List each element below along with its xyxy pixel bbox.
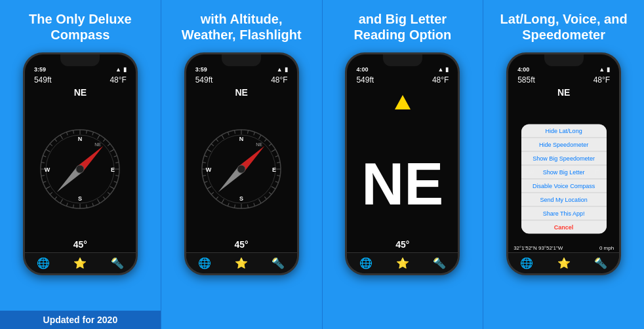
svg-line-80 <box>216 139 218 142</box>
panel-4: Lat/Long, Voice, andSpeedometer 4:00 ▲ ▮… <box>483 0 644 329</box>
flashlight-icon-4[interactable]: 🔦 <box>594 257 607 269</box>
menu-item-send-location[interactable]: Send My Location <box>521 193 607 206</box>
svg-point-45 <box>76 165 84 173</box>
status-icons-4: ▲ ▮ <box>599 66 610 73</box>
svg-line-70 <box>216 197 218 199</box>
svg-line-59 <box>275 182 279 183</box>
battery-icon-4: ▮ <box>607 66 610 73</box>
toolbar-2: 🌐 ⭐ 🔦 <box>186 252 297 273</box>
arrow-area <box>347 88 458 109</box>
altitude-2: 549ft <box>195 75 213 85</box>
star-icon-1[interactable]: ⭐ <box>73 257 87 269</box>
star-icon-3[interactable]: ⭐ <box>396 257 409 269</box>
phone-1-notch <box>60 54 100 66</box>
svg-line-52 <box>264 139 266 142</box>
temp-2: 48°F <box>271 75 287 85</box>
svg-line-17 <box>98 199 100 203</box>
wifi-icon-3: ▲ <box>437 66 443 73</box>
star-icon-2[interactable]: ⭐ <box>235 257 248 269</box>
compass-area-2: N S W E NE <box>186 99 297 239</box>
flashlight-icon-1[interactable]: 🔦 <box>111 257 124 269</box>
info-row-4: 585ft 48°F <box>508 74 619 86</box>
svg-text:S: S <box>239 195 243 202</box>
svg-line-19 <box>87 204 87 208</box>
svg-line-25 <box>50 192 52 194</box>
panel-1: The Only Deluxe Compass 3:59 ▲ ▮ 549ft 4… <box>0 0 161 329</box>
globe-icon-2[interactable]: 🌐 <box>198 257 211 269</box>
flashlight-icon-3[interactable]: 🔦 <box>433 257 446 269</box>
svg-line-24 <box>55 197 57 199</box>
menu-item-show-big-speedometer[interactable]: Show Big Speedometer <box>521 151 607 165</box>
time-1: 3:59 <box>34 66 46 73</box>
phone-4-screen: 4:00 ▲ ▮ 585ft 48°F NE N S <box>508 54 619 273</box>
svg-line-23 <box>60 199 63 203</box>
svg-line-78 <box>207 149 211 152</box>
svg-line-14 <box>110 187 114 189</box>
svg-point-91 <box>237 165 245 173</box>
battery-icon-1: ▮ <box>123 66 127 73</box>
phone-4: 4:00 ▲ ▮ 585ft 48°F NE N S <box>506 52 621 275</box>
svg-line-64 <box>254 203 255 206</box>
svg-line-21 <box>73 204 74 208</box>
svg-line-63 <box>259 199 262 203</box>
svg-line-28 <box>41 176 45 176</box>
svg-line-50 <box>254 132 255 136</box>
big-letter-area: NE <box>347 109 458 239</box>
svg-line-56 <box>277 163 280 163</box>
phone-1-screen: 3:59 ▲ ▮ 549ft 48°F NE <box>25 54 136 273</box>
svg-line-31 <box>43 155 47 157</box>
menu-item-share-app[interactable]: Share This App! <box>521 206 607 220</box>
svg-line-55 <box>275 155 279 157</box>
panel-3-title: and Big LetterReading Option <box>347 0 458 52</box>
menu-item-hide-speedometer[interactable]: Hide Speedometer <box>521 138 607 151</box>
compass-svg-2: N S W E NE <box>199 126 284 212</box>
compass-area-4: N S W E Hide Lat/Long Hide Speedometer <box>508 99 619 244</box>
svg-line-4 <box>92 132 94 136</box>
svg-line-69 <box>222 199 224 203</box>
svg-line-49 <box>248 130 249 134</box>
svg-line-60 <box>272 187 275 189</box>
phone-4-notch <box>544 54 584 66</box>
battery-icon-2: ▮ <box>285 66 288 73</box>
svg-line-68 <box>228 203 230 206</box>
altitude-1: 549ft <box>34 75 52 85</box>
svg-line-62 <box>264 197 266 199</box>
globe-icon-3[interactable]: 🌐 <box>359 257 372 269</box>
star-icon-4[interactable]: ⭐ <box>557 257 571 269</box>
svg-text:E: E <box>272 166 276 173</box>
big-ne-display: NE <box>361 155 443 214</box>
context-menu[interactable]: Hide Lat/Long Hide Speedometer Show Big … <box>521 124 607 233</box>
svg-line-8 <box>110 149 114 152</box>
svg-line-5 <box>98 135 100 139</box>
svg-line-32 <box>46 149 50 152</box>
svg-line-82 <box>228 132 230 136</box>
svg-line-26 <box>46 187 50 189</box>
svg-line-34 <box>55 139 57 142</box>
menu-item-cancel[interactable]: Cancel <box>521 220 607 233</box>
flashlight-icon-2[interactable]: 🔦 <box>272 257 285 269</box>
svg-line-15 <box>108 192 111 194</box>
speed: 0 mph <box>599 245 614 251</box>
svg-line-3 <box>87 130 87 134</box>
direction-label-4: NE <box>508 86 619 99</box>
info-row-2: 549ft 48°F <box>186 74 297 86</box>
svg-line-54 <box>272 149 275 152</box>
svg-text:W: W <box>45 166 50 173</box>
svg-line-58 <box>277 176 280 176</box>
svg-line-53 <box>269 144 272 145</box>
menu-item-show-big-letter[interactable]: Show Big Letter <box>521 165 607 179</box>
globe-icon-1[interactable]: 🌐 <box>37 257 50 269</box>
battery-icon-3: ▮ <box>445 66 449 73</box>
compass-svg-1: N S W E NE <box>37 126 123 212</box>
globe-icon-4[interactable]: 🌐 <box>520 257 533 269</box>
menu-item-disable-voice[interactable]: Disable Voice Compass <box>521 179 607 193</box>
time-2: 3:59 <box>195 66 207 73</box>
wifi-icon-1: ▲ <box>115 66 121 73</box>
direction-arrow-up <box>395 95 411 109</box>
menu-item-hide-lat-long[interactable]: Hide Lat/Long <box>521 124 607 138</box>
svg-text:S: S <box>78 195 82 202</box>
svg-text:NE: NE <box>256 142 262 147</box>
svg-line-9 <box>114 155 117 157</box>
phone-2-screen: 3:59 ▲ ▮ 549ft 48°F NE <box>186 54 297 273</box>
svg-line-83 <box>235 130 235 134</box>
